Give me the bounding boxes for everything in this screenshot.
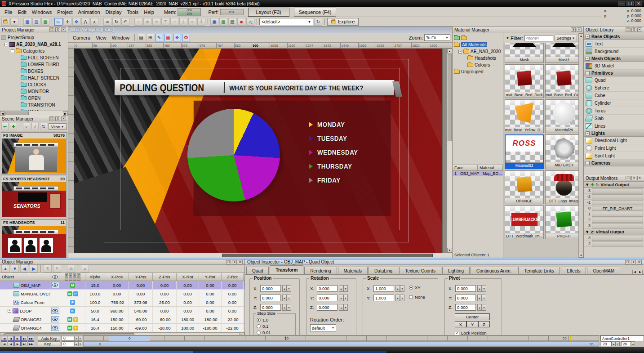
scene-sort-icon[interactable]: ⇅ <box>40 123 47 130</box>
scene-card[interactable]: FS IMAGE50176 <box>1 132 67 174</box>
spin-up-icon[interactable]: ▲ <box>477 295 482 301</box>
sequence-button[interactable]: Sequence (F4) <box>294 8 337 17</box>
preview-icon[interactable]: ▦ <box>219 18 227 26</box>
move-in-icon[interactable]: ▶ <box>30 265 38 273</box>
tab-effects[interactable]: Effects <box>561 267 586 274</box>
material-thumbnail[interactable]: OTT_Logo_Image <box>545 170 578 204</box>
select-tool-icon[interactable]: ▻ <box>54 18 62 26</box>
eye-column-header[interactable] <box>50 273 60 281</box>
move-up-icon[interactable]: ▲ <box>1 265 9 273</box>
tab-scroll-left-icon[interactable]: ◀ <box>632 270 637 274</box>
pivot-tool-icon[interactable]: ⋏ <box>90 18 98 26</box>
jump-start-icon[interactable]: |◀ <box>1 341 7 346</box>
spin-up-icon[interactable]: ▲ <box>395 295 400 301</box>
refresh-profile-icon[interactable]: ↻ <box>314 18 322 26</box>
eye-icon[interactable] <box>51 325 59 331</box>
viewport-menu-window[interactable]: Window <box>109 34 132 41</box>
snap-icon[interactable]: ≋ <box>103 18 111 26</box>
auto-key-button[interactable]: Auto Key <box>38 336 60 341</box>
spin-down-icon[interactable]: ▼ <box>343 304 348 311</box>
library-item-directional-light[interactable]: Directional Light <box>584 137 644 144</box>
jump-start-icon[interactable]: |◀ <box>1 336 7 341</box>
library-item-text[interactable]: AbText <box>584 40 644 48</box>
output-row[interactable]: -1 <box>584 200 644 206</box>
object-row[interactable]: AbColour FromP100.0-756.92373.0825.000.0… <box>0 298 244 307</box>
auto-key-spinner[interactable]: 0 ▲▼ <box>62 336 82 341</box>
material-tree-item-colours[interactable]: Colours <box>454 62 503 68</box>
distribute-v-icon[interactable]: ⫼ <box>197 18 205 26</box>
library-section-lights[interactable]: −Lights <box>584 130 644 137</box>
viewport-canvas[interactable]: POLLING QUESTION WHAT IS YOUR FAVORITE D… <box>74 49 442 253</box>
library-item-spot-light[interactable]: Spot Light <box>584 152 644 160</box>
value-cell[interactable]: 180.00 <box>177 324 199 332</box>
move-down-icon[interactable]: ▼ <box>11 265 19 273</box>
panel-close-icon[interactable]: ✕ <box>577 27 582 32</box>
collapse-icon[interactable]: − <box>586 131 590 135</box>
library-item-lines[interactable]: Lines <box>584 122 644 130</box>
timeline-marker[interactable]: 0 <box>109 336 150 341</box>
value-cell[interactable]: 16.4 <box>85 324 105 332</box>
value-cell[interactable]: 0.00 <box>177 290 199 298</box>
material-thumbnail[interactable]: Mask1 <box>545 43 578 63</box>
timeline-range-track[interactable]: 0 20 <box>83 341 599 347</box>
output-row[interactable]: 0FF_PIE_CHART <box>584 206 644 211</box>
library-item-cylinder[interactable]: Cylinder <box>584 99 644 107</box>
menu-windows[interactable]: Windows <box>29 9 55 16</box>
spin-up-icon[interactable]: ▲ <box>282 295 287 301</box>
output-slot[interactable] <box>592 236 643 241</box>
tree-item-projectgroup[interactable]: ProjectGroup <box>1 34 68 41</box>
output-slot[interactable] <box>592 188 643 193</box>
value-cell[interactable]: 960.00 <box>105 307 129 315</box>
maximize-icon[interactable]: ❐ <box>626 1 634 6</box>
step-size-option[interactable]: 1.0 <box>257 317 293 322</box>
tab-rendering[interactable]: Rendering <box>304 267 337 274</box>
object-table-hscrollbar[interactable]: ◀ ▶ <box>0 332 244 335</box>
value-cell[interactable]: 50.0 <box>85 307 105 315</box>
material-tree-item-group[interactable]: −AE_NAB_2020 <box>454 48 503 55</box>
minimize-icon[interactable]: — <box>618 1 625 6</box>
value-cell[interactable]: 0.00 <box>153 281 177 289</box>
output-row[interactable]: -2 <box>584 194 644 200</box>
tree-item-half-screen[interactable]: HALF SCREEN <box>1 75 68 81</box>
value-cell[interactable]: 150.00 <box>105 324 129 332</box>
value-cell[interactable]: 0.00 <box>105 290 129 298</box>
panel-restore-icon[interactable]: ❐ <box>49 27 54 32</box>
tab-continuous-anim-[interactable]: Continuous Anim. <box>471 267 517 274</box>
view-dropdown[interactable]: View ▼ <box>49 123 67 130</box>
material-thumbnail[interactable]: mat_Base_Red_Grad <box>545 64 578 98</box>
radio-icon[interactable] <box>409 295 413 299</box>
jump-end-icon[interactable]: ▶▶ <box>28 341 34 346</box>
key-button[interactable]: Key... <box>38 341 60 346</box>
scene-add-icon[interactable]: ✚ <box>10 123 17 130</box>
output-row[interactable]: 3 <box>584 223 644 229</box>
controller-spinner-b[interactable]: 20 ▲ <box>621 341 635 347</box>
collapse-icon[interactable]: − <box>586 57 590 61</box>
tree-item-data[interactable]: DATA <box>1 108 68 111</box>
object-row[interactable]: MANUAL OVERIDMP100.00.000.000.000.000.00… <box>0 290 244 298</box>
library-item-cube[interactable]: Cube <box>584 92 644 99</box>
add-icon[interactable]: ✚ <box>591 182 594 187</box>
value-cell[interactable]: 0.00 <box>222 290 244 298</box>
visibility-cell[interactable] <box>50 281 60 289</box>
tab-lighting[interactable]: Lighting <box>442 267 470 274</box>
library-section-mesh-objects[interactable]: −Mesh Objects <box>584 55 644 62</box>
spin-up-icon[interactable]: ▲ <box>282 304 287 311</box>
object-row[interactable]: ORANGE4MY16.4150.00-69.00-20.00180.00-18… <box>0 324 244 332</box>
scene-card[interactable]: FS HEADSHOTS11 <box>1 219 67 258</box>
save-as-icon[interactable]: ▦ <box>41 18 49 26</box>
value-cell[interactable]: 0.00 <box>105 281 129 289</box>
output-slot[interactable] <box>592 200 643 205</box>
filter-objects-icon[interactable]: ⧉ <box>67 265 75 273</box>
column-header-y-rot[interactable]: Y-Rot <box>199 273 222 281</box>
material-tree-item-all[interactable]: All Materials <box>454 41 503 48</box>
material-thumbnail[interactable]: Material29 <box>545 99 578 133</box>
library-item-sphere[interactable]: Sphere <box>584 84 644 92</box>
value-cell[interactable]: 540.00 <box>129 307 153 315</box>
tree-item-monitor[interactable]: MONITOR <box>1 88 68 95</box>
object-row[interactable]: ORANGE2MY16.4150.00-69.00-60.00180.00-18… <box>0 315 244 324</box>
tab-transform[interactable]: Transform <box>270 265 303 274</box>
panel-close-icon[interactable]: ✕ <box>637 260 642 264</box>
tree-item-project[interactable]: −AE_2020_NAB_v28.1 <box>1 41 68 48</box>
filter-input[interactable] <box>524 35 553 41</box>
settings-dropdown[interactable]: Settings ▼ <box>555 35 577 41</box>
